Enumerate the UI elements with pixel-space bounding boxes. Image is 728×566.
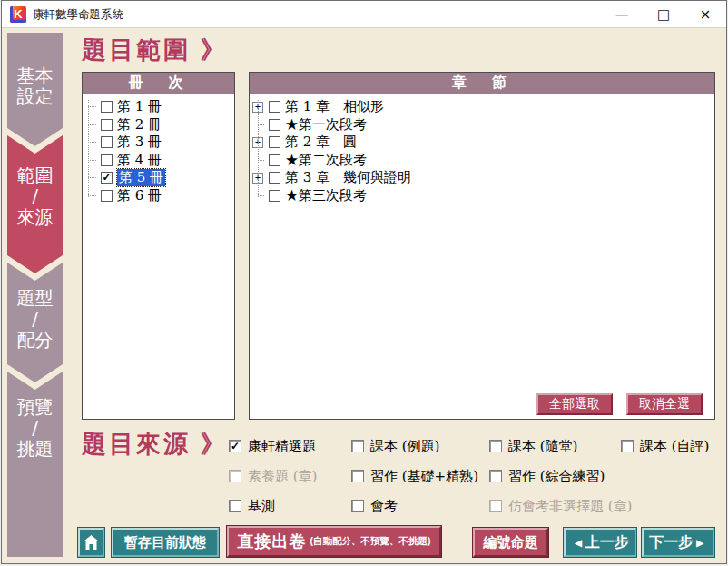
volume-checkbox-6[interactable] <box>101 190 113 202</box>
source-option-textbook-selftest: 課本 (自評) <box>621 438 709 454</box>
source-checkbox[interactable] <box>351 500 364 512</box>
step-sidebar: 基本 設定 範圍 / 來源 題型 / 配分 預覽 / 挑題 <box>7 33 63 557</box>
volume-row-4: 第 4 冊 <box>83 152 234 170</box>
chapter-label-2[interactable]: ★第一次段考 <box>285 116 367 134</box>
source-checkbox <box>489 500 502 512</box>
volume-panel: 冊 次 第 1 冊 第 2 冊 第 3 冊 第 4 冊 <box>82 72 235 420</box>
source-option-cap-exam: 會考 <box>351 498 398 514</box>
source-checkbox[interactable] <box>489 470 502 482</box>
source-checkbox[interactable] <box>229 500 241 512</box>
next-step-label: 下一步 <box>649 533 693 552</box>
volume-row-5: ✓ 第 5 冊 <box>83 169 234 187</box>
volume-row-1: 第 1 冊 <box>83 98 234 116</box>
app-logo-icon: K <box>10 6 26 23</box>
source-option-textbook-example: 課本 (例題) <box>351 438 439 454</box>
window-title: 康軒數學命題系統 <box>33 1 123 28</box>
chapter-label-1[interactable]: 第 1 章 相似形 <box>285 98 384 115</box>
volume-checkbox-4[interactable] <box>101 154 113 166</box>
question-range-heading: 題目範圍 》 <box>82 34 228 66</box>
source-checkbox[interactable] <box>351 470 364 482</box>
volume-checkbox-2[interactable] <box>101 119 113 131</box>
chapter-checkbox-5[interactable] <box>269 172 280 184</box>
source-checkbox <box>229 470 241 482</box>
close-button[interactable]: × <box>684 1 726 28</box>
app-window: K 康軒數學命題系統 — □ × 基本 設定 範圍 / 來源 題型 / 配分 預… <box>1 0 727 564</box>
chapter-checkbox-1[interactable] <box>269 101 280 113</box>
chapter-checkbox-4[interactable] <box>269 154 280 166</box>
tab-preview-pick[interactable]: 預覽 / 挑題 <box>7 372 63 557</box>
source-checkbox[interactable]: ✓ <box>229 440 241 452</box>
volume-row-2: 第 2 冊 <box>83 116 234 134</box>
volume-label-3[interactable]: 第 3 冊 <box>117 134 162 151</box>
source-option-workbook-comprehensive: 習作 (綜合練習) <box>489 468 605 484</box>
chapter-row-4: ★第二次段考 <box>250 152 714 170</box>
question-source-heading: 題目來源 》 <box>82 428 228 461</box>
chapter-checkbox-2[interactable] <box>269 119 280 131</box>
maximize-button[interactable]: □ <box>643 1 684 28</box>
chapter-panel-header: 章 節 <box>250 73 714 94</box>
title-bar: K 康軒數學命題系統 — □ × <box>2 1 726 28</box>
volume-checkbox-5[interactable]: ✓ <box>101 172 113 184</box>
volume-tree: 第 1 冊 第 2 冊 第 3 冊 第 4 冊 ✓ 第 5 冊 <box>83 94 234 204</box>
source-option-basic-test: 基測 <box>229 498 275 514</box>
previous-step-button[interactable]: ◀ 上一步 <box>564 528 636 557</box>
chapter-tree: + 第 1 章 相似形 ★第一次段考 + 第 2 章 圓 ★第二次段考 + <box>250 94 714 204</box>
source-option-kanghsuan: ✓ 康軒精選題 <box>229 438 316 454</box>
chapter-label-6[interactable]: ★第三次段考 <box>285 187 367 204</box>
tab-basic-settings[interactable]: 基本 設定 <box>7 33 63 146</box>
source-checkbox[interactable] <box>351 440 364 452</box>
tree-connector-line <box>88 100 89 197</box>
right-arrow-icon: ▶ <box>696 538 703 548</box>
next-step-button[interactable]: 下一步 ▶ <box>642 528 714 557</box>
chapter-checkbox-6[interactable] <box>269 190 280 202</box>
direct-generate-button[interactable]: 直接出卷 (自動配分、不預覽、不挑題) <box>227 526 441 557</box>
chapter-label-4[interactable]: ★第二次段考 <box>285 152 367 169</box>
volume-label-1[interactable]: 第 1 冊 <box>117 98 162 115</box>
home-button[interactable] <box>78 528 104 557</box>
chapter-checkbox-3[interactable] <box>269 136 280 148</box>
select-all-button[interactable]: 全部選取 <box>536 393 613 415</box>
direct-generate-label: 直接出卷 <box>238 531 307 552</box>
window-controls: — □ × <box>601 1 726 28</box>
volume-checkbox-1[interactable] <box>101 101 113 113</box>
source-option-mock-nonchoice: 仿會考非選擇題 (章) <box>489 498 632 514</box>
chapter-label-3[interactable]: 第 2 章 圓 <box>285 134 357 151</box>
save-state-button[interactable]: 暫存目前狀態 <box>112 528 219 557</box>
numbered-question-button[interactable]: 編號命題 <box>473 528 548 557</box>
left-arrow-icon: ◀ <box>575 538 582 548</box>
direct-generate-sublabel: (自動配分、不預覽、不挑題) <box>310 535 431 548</box>
chapter-row-2: ★第一次段考 <box>250 116 714 134</box>
source-checkbox[interactable] <box>621 440 634 452</box>
source-option-workbook-basic: 習作 (基礎+精熟) <box>351 468 478 484</box>
chapter-row-3: + 第 2 章 圓 <box>250 134 714 152</box>
volume-checkbox-3[interactable] <box>101 136 113 148</box>
volume-label-5[interactable]: 第 5 冊 <box>117 169 165 186</box>
source-option-textbook-inclass: 課本 (隨堂) <box>489 438 577 454</box>
volume-row-3: 第 3 冊 <box>83 134 234 152</box>
chapter-row-5: + 第 3 章 幾何與證明 <box>250 169 714 187</box>
tree-connector-line <box>258 100 259 197</box>
tab-range-source[interactable]: 範圍 / 來源 <box>7 135 63 273</box>
chapter-row-6: ★第三次段考 <box>250 187 714 205</box>
chapter-row-1: + 第 1 章 相似形 <box>250 98 714 116</box>
volume-label-2[interactable]: 第 2 冊 <box>117 116 162 134</box>
deselect-all-button[interactable]: 取消全選 <box>626 393 703 415</box>
chapter-label-5[interactable]: 第 3 章 幾何與證明 <box>285 169 411 186</box>
source-checkbox[interactable] <box>489 440 502 452</box>
previous-step-label: 上一步 <box>585 533 629 552</box>
minimize-button[interactable]: — <box>601 1 643 28</box>
volume-row-6: 第 6 冊 <box>83 187 234 205</box>
home-icon <box>84 535 99 550</box>
volume-panel-header: 冊 次 <box>83 73 234 94</box>
volume-label-6[interactable]: 第 6 冊 <box>117 187 162 204</box>
tab-question-type-points[interactable]: 題型 / 配分 <box>7 263 63 382</box>
source-option-literacy: 素養題 (章) <box>229 468 317 484</box>
chapter-panel: 章 節 + 第 1 章 相似形 ★第一次段考 + 第 2 章 圓 ★第二次 <box>249 72 715 420</box>
volume-label-4[interactable]: 第 4 冊 <box>117 152 162 169</box>
